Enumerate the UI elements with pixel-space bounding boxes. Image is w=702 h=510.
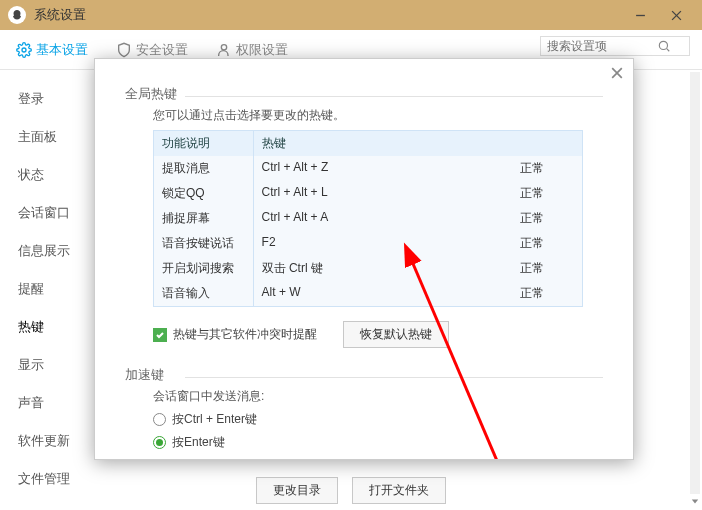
row-status: 正常 bbox=[482, 206, 582, 231]
row-hotkey: F2 bbox=[254, 231, 483, 256]
row-status: 正常 bbox=[482, 156, 582, 181]
change-dir-button[interactable]: 更改目录 bbox=[256, 477, 338, 504]
search-box[interactable] bbox=[540, 36, 690, 56]
scrollbar-track[interactable] bbox=[690, 72, 700, 494]
shield-icon bbox=[116, 42, 132, 58]
dialog-close-button[interactable] bbox=[611, 67, 623, 82]
hotkey-table: 功能说明 热键 提取消息 Ctrl + Alt + Z 正常 锁定QQ Ctrl… bbox=[153, 130, 583, 307]
svg-point-4 bbox=[221, 44, 226, 49]
sidebar-item-hotkey[interactable]: 热键 bbox=[0, 308, 90, 346]
row-func: 捕捉屏幕 bbox=[154, 206, 254, 231]
search-input[interactable] bbox=[547, 39, 657, 53]
row-status: 正常 bbox=[482, 231, 582, 256]
titlebar: 系统设置 bbox=[0, 0, 702, 30]
row-status: 正常 bbox=[482, 281, 582, 306]
row-func: 语音输入 bbox=[154, 281, 254, 306]
svg-marker-7 bbox=[692, 499, 698, 503]
conflict-label: 热键与其它软件冲突时提醒 bbox=[173, 326, 317, 343]
tab-permission-settings[interactable]: 权限设置 bbox=[216, 41, 288, 59]
close-window-button[interactable] bbox=[658, 0, 694, 30]
sidebar-item-infodisplay[interactable]: 信息展示 bbox=[0, 232, 90, 270]
table-row[interactable]: 捕捉屏幕 Ctrl + Alt + A 正常 bbox=[154, 206, 582, 231]
tab-security-label: 安全设置 bbox=[136, 41, 188, 59]
sidebar-item-update[interactable]: 软件更新 bbox=[0, 422, 90, 460]
header-hotkey: 热键 bbox=[254, 131, 483, 156]
row-hotkey: 双击 Ctrl 键 bbox=[254, 256, 483, 281]
sidebar-item-login[interactable]: 登录 bbox=[0, 80, 90, 118]
header-status bbox=[482, 131, 582, 156]
svg-point-5 bbox=[659, 41, 667, 49]
row-func: 开启划词搜索 bbox=[154, 256, 254, 281]
send-radios: 按Ctrl + Enter键 按Enter键 bbox=[153, 411, 603, 451]
conflict-checkbox[interactable]: 热键与其它软件冲突时提醒 bbox=[153, 326, 317, 343]
bottom-bar: 更改目录 打开文件夹 bbox=[0, 477, 702, 504]
svg-point-3 bbox=[22, 48, 26, 52]
row-hotkey: Alt + W bbox=[254, 281, 483, 306]
row-status: 正常 bbox=[482, 181, 582, 206]
row-hotkey: Ctrl + Alt + A bbox=[254, 206, 483, 231]
conflict-row: 热键与其它软件冲突时提醒 恢复默认热键 bbox=[153, 321, 603, 348]
radio-enter-label: 按Enter键 bbox=[172, 434, 225, 451]
row-func: 锁定QQ bbox=[154, 181, 254, 206]
table-header: 功能说明 热键 bbox=[154, 131, 582, 156]
radio-enter[interactable]: 按Enter键 bbox=[153, 434, 603, 451]
radio-ctrl-enter[interactable]: 按Ctrl + Enter键 bbox=[153, 411, 603, 428]
tab-basic-label: 基本设置 bbox=[36, 41, 88, 59]
minimize-button[interactable] bbox=[622, 0, 658, 30]
svg-line-6 bbox=[667, 49, 670, 52]
global-hotkey-subtitle: 您可以通过点击选择要更改的热键。 bbox=[153, 107, 603, 124]
row-hotkey: Ctrl + Alt + L bbox=[254, 181, 483, 206]
scrollbar[interactable] bbox=[690, 72, 700, 508]
global-hotkey-title: 全局热键 bbox=[125, 85, 603, 103]
row-func: 语音按键说话 bbox=[154, 231, 254, 256]
divider bbox=[185, 96, 603, 97]
table-row[interactable]: 提取消息 Ctrl + Alt + Z 正常 bbox=[154, 156, 582, 181]
table-row[interactable]: 语音按键说话 F2 正常 bbox=[154, 231, 582, 256]
table-row[interactable]: 开启划词搜索 双击 Ctrl 键 正常 bbox=[154, 256, 582, 281]
tab-basic-settings[interactable]: 基本设置 bbox=[16, 41, 88, 59]
send-label: 会话窗口中发送消息: bbox=[153, 388, 603, 405]
sidebar-item-reminder[interactable]: 提醒 bbox=[0, 270, 90, 308]
row-hotkey: Ctrl + Alt + Z bbox=[254, 156, 483, 181]
row-status: 正常 bbox=[482, 256, 582, 281]
tab-perm-label: 权限设置 bbox=[236, 41, 288, 59]
user-icon bbox=[216, 42, 232, 58]
table-row[interactable]: 语音输入 Alt + W 正常 bbox=[154, 281, 582, 306]
sidebar: 登录 主面板 状态 会话窗口 信息展示 提醒 热键 显示 声音 软件更新 文件管… bbox=[0, 70, 90, 510]
divider bbox=[185, 377, 603, 378]
radio-icon bbox=[153, 413, 166, 426]
restore-default-button[interactable]: 恢复默认热键 bbox=[343, 321, 449, 348]
radio-ctrl-enter-label: 按Ctrl + Enter键 bbox=[172, 411, 257, 428]
sidebar-item-chatwindow[interactable]: 会话窗口 bbox=[0, 194, 90, 232]
app-logo bbox=[8, 6, 26, 24]
window-title: 系统设置 bbox=[34, 6, 622, 24]
sidebar-item-mainpanel[interactable]: 主面板 bbox=[0, 118, 90, 156]
accel-title: 加速键 bbox=[125, 366, 603, 384]
sidebar-item-sound[interactable]: 声音 bbox=[0, 384, 90, 422]
scroll-down-arrow[interactable] bbox=[690, 494, 700, 508]
row-func: 提取消息 bbox=[154, 156, 254, 181]
sidebar-item-display[interactable]: 显示 bbox=[0, 346, 90, 384]
gear-icon bbox=[16, 42, 32, 58]
checkbox-icon bbox=[153, 328, 167, 342]
table-row[interactable]: 锁定QQ Ctrl + Alt + L 正常 bbox=[154, 181, 582, 206]
hotkey-dialog: 全局热键 您可以通过点击选择要更改的热键。 功能说明 热键 提取消息 Ctrl … bbox=[94, 58, 634, 460]
header-func: 功能说明 bbox=[154, 131, 254, 156]
search-icon bbox=[657, 39, 671, 53]
open-folder-button[interactable]: 打开文件夹 bbox=[352, 477, 446, 504]
tab-security-settings[interactable]: 安全设置 bbox=[116, 41, 188, 59]
radio-icon bbox=[153, 436, 166, 449]
sidebar-item-status[interactable]: 状态 bbox=[0, 156, 90, 194]
